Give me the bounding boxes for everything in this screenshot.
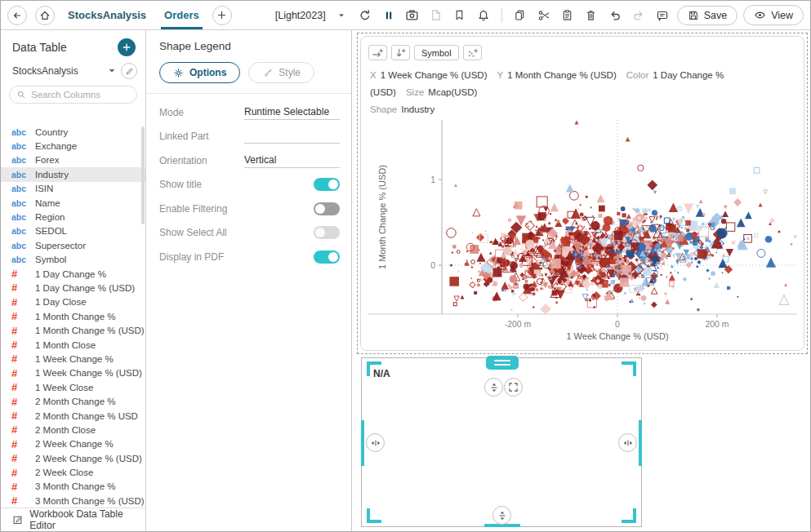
shape-legend-widget[interactable]: N/A [361,357,642,527]
arrow-down-plus-icon [394,47,407,59]
export-pdf-button[interactable] [427,7,445,24]
tab-stocksanalysis[interactable]: StocksAnalysis [63,1,151,29]
cut-button[interactable] [535,7,553,24]
back-button[interactable] [7,6,27,25]
data-table-selector[interactable]: StocksAnalysis [12,65,103,77]
add-y-row-button[interactable] [391,45,410,60]
column-item[interactable]: abcRegion [1,210,145,224]
tab-options[interactable]: Options [159,62,240,83]
numeric-type-icon: # [11,396,29,408]
column-item[interactable]: #2 Week Change % [1,437,145,451]
tab-orders[interactable]: Orders [159,1,204,29]
column-item[interactable]: #3 Month Change % (USD) [1,494,145,508]
column-label: 1 Day Change % [35,269,106,279]
column-item[interactable]: abcSymbol [1,253,145,267]
add-tab-button[interactable] [212,6,232,25]
column-item[interactable]: #1 Month Change % [1,309,145,323]
bottom-resize-handle[interactable] [492,506,511,525]
dashboard-canvas: Symbol X1 Week Change % (USD)Y1 Month Ch… [352,30,810,531]
settings-row: Enable Filtering [159,197,340,221]
view-button[interactable]: View [743,5,804,25]
column-item[interactable]: #1 Week Change % [1,352,145,366]
sidebar-title: Data Table [12,41,67,54]
chevron-down-icon[interactable] [108,67,116,75]
pause-button[interactable] [380,7,398,24]
undo-button[interactable] [606,7,624,24]
save-button[interactable]: Save [677,6,738,25]
workbook-theme-selector[interactable]: [Light2023] [275,10,345,21]
shelf-size-value[interactable]: Mcap(USD) [428,87,477,97]
column-item[interactable]: #2 Month Close [1,423,145,437]
column-item[interactable]: #2 Month Change % [1,394,145,408]
notifications-button[interactable] [475,7,492,24]
column-item[interactable]: #2 Week Change % (USD) [1,451,145,465]
right-resize-handle[interactable] [618,433,637,452]
maximize-handle[interactable] [504,378,523,397]
widget-drag-grip[interactable] [486,356,519,370]
symbol-view-chip[interactable]: Symbol [414,45,459,60]
arrows-up-down-icon [489,383,499,392]
column-item[interactable]: abcForex [1,153,145,167]
edit-data-table-button[interactable] [121,63,137,79]
add-scatter-layer-button[interactable] [463,45,482,60]
column-item[interactable]: abcSEDOL [1,224,145,238]
scatter-visualization-panel[interactable]: Symbol X1 Week Change % (USD)Y1 Month Ch… [360,36,804,351]
refresh-button[interactable] [356,7,374,24]
shelf-y-value[interactable]: 1 Month Change % (USD) [507,70,617,80]
column-item[interactable]: abcISIN [1,182,145,196]
column-label: 1 Month Change % (USD) [35,326,145,335]
column-item[interactable]: abcName [1,196,145,210]
left-resize-handle[interactable] [366,433,385,452]
column-item[interactable]: abcSupersector [1,238,145,252]
column-item[interactable]: #1 Month Change % (USD) [1,323,145,337]
numeric-type-icon: # [11,481,29,493]
column-item[interactable]: #1 Month Close [1,338,145,352]
column-item[interactable]: abcCountry [1,125,145,139]
tab-style[interactable]: Style [248,62,314,83]
column-item[interactable]: abcExchange [1,139,145,153]
right-edge-handle-bar [639,420,642,466]
add-data-table-button[interactable] [118,38,136,56]
column-item[interactable]: #1 Week Change % (USD) [1,366,145,380]
paste-button[interactable] [559,7,577,24]
shelf-x-value[interactable]: 1 Week Change % (USD) [381,70,488,80]
column-item[interactable]: #2 Month Change % USD [1,409,145,423]
column-item[interactable]: #2 Week Close [1,465,145,479]
copy-button[interactable] [511,7,529,24]
bell-icon [477,9,490,22]
save-icon [688,10,699,21]
column-item[interactable]: #1 Day Change % (USD) [1,281,145,295]
column-item[interactable]: #1 Week Close [1,380,145,394]
field-value-select[interactable] [244,129,340,144]
field-toggle[interactable] [314,250,340,264]
vertical-resize-handle[interactable] [484,378,503,397]
search-columns-input[interactable] [31,90,121,100]
svg-text:0: 0 [430,260,435,270]
home-button[interactable] [35,6,55,25]
field-value-select[interactable]: Runtime Selectable [244,105,340,120]
column-item[interactable]: #1 Day Close [1,295,145,309]
scatter-plot[interactable]: 10-200 m0200 m1 Week Change % (USD)1 Mon… [361,113,805,348]
column-item[interactable]: #1 Day Change % [1,267,145,281]
column-label: 2 Month Close [35,425,96,435]
field-label: Show title [159,179,244,190]
comment-button[interactable] [653,7,671,24]
tab-style-label: Style [279,67,301,78]
column-item[interactable]: #3 Month Change % [1,480,145,494]
numeric-type-icon: # [11,325,29,337]
add-x-column-button[interactable] [368,45,387,60]
settings-row: OrientationVertical [159,149,340,173]
tab-options-label: Options [189,67,226,78]
svg-text:0: 0 [615,319,620,329]
field-toggle[interactable] [314,202,340,215]
field-toggle[interactable] [314,178,340,191]
plus-icon [122,42,131,52]
sidebar-scrollbar[interactable] [141,126,145,224]
bookmark-button[interactable] [451,7,469,24]
snapshot-button[interactable] [403,7,421,24]
delete-button[interactable] [582,7,600,24]
column-item[interactable]: abcIndustry [1,167,145,181]
workbook-data-table-editor-button[interactable]: Workbook Data Table Editor [1,508,145,531]
field-value-select[interactable]: Vertical [244,153,340,168]
redo-button[interactable] [630,7,648,24]
